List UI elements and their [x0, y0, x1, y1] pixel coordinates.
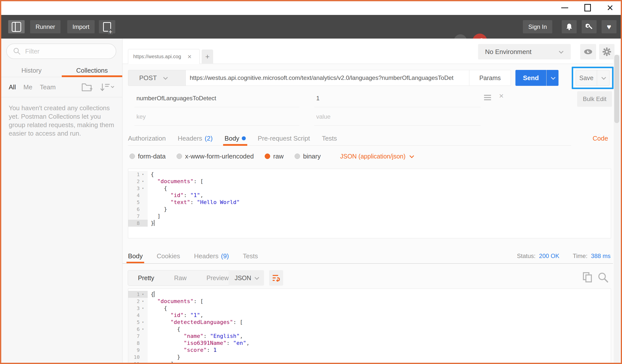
- content-type-select[interactable]: JSON (application/json): [340, 153, 413, 160]
- sort-collections-button[interactable]: [100, 82, 115, 93]
- line-gutter[interactable]: 1▾: [128, 171, 148, 178]
- request-tab-headers[interactable]: Headers(2): [178, 131, 213, 146]
- wrap-lines-button[interactable]: [269, 270, 283, 286]
- line-gutter[interactable]: 3▾: [128, 305, 148, 312]
- runner-button[interactable]: Runner: [30, 20, 61, 33]
- new-collection-button[interactable]: [81, 82, 93, 93]
- response-format-select[interactable]: JSON: [229, 270, 264, 286]
- url-input[interactable]: [186, 70, 469, 86]
- bulk-edit-button[interactable]: Bulk Edit: [577, 91, 612, 107]
- param-value-cell[interactable]: 1: [314, 89, 481, 107]
- request-tab-tests[interactable]: Tests: [322, 131, 337, 146]
- line-gutter[interactable]: 9: [128, 347, 148, 354]
- line-gutter[interactable]: 2▾: [128, 298, 148, 305]
- send-button[interactable]: Send: [515, 70, 546, 86]
- response-tab-tests[interactable]: Tests: [243, 249, 258, 263]
- search-response-button[interactable]: [598, 272, 609, 284]
- request-tab-authorization[interactable]: Authorization: [128, 131, 166, 146]
- token: "id": [170, 192, 184, 198]
- fold-caret-icon[interactable]: ▾: [140, 178, 146, 185]
- param-key-cell[interactable]: numberOfLanguagesToDetect: [134, 89, 299, 107]
- param-value-input-cell[interactable]: [314, 108, 481, 126]
- scope-all[interactable]: All: [9, 83, 16, 91]
- view-pretty[interactable]: Pretty: [128, 270, 164, 285]
- scope-team[interactable]: Team: [40, 83, 56, 91]
- time-label: Time:: [573, 253, 587, 260]
- environment-value: No Environment: [485, 48, 531, 56]
- line-gutter[interactable]: 10: [128, 354, 148, 361]
- save-button[interactable]: Save: [576, 70, 597, 86]
- environment-select[interactable]: No Environment: [478, 44, 571, 59]
- fold-caret-icon[interactable]: ▾: [140, 291, 146, 298]
- body-mode-binary[interactable]: binary: [295, 153, 321, 160]
- fold-caret-icon[interactable]: ▾: [140, 305, 146, 312]
- favorites-button[interactable]: ♥: [602, 20, 617, 33]
- request-body-editor[interactable]: 1▾{2▾"documents": [3▾{4"id": "1",5"text"…: [128, 169, 611, 238]
- filter-search[interactable]: [6, 44, 116, 59]
- line-gutter[interactable]: 8: [128, 220, 148, 227]
- line-gutter[interactable]: 6: [128, 206, 148, 213]
- fold-caret-icon[interactable]: ▾: [140, 298, 146, 305]
- sidebar-tab-history[interactable]: History: [1, 64, 62, 77]
- param-key-input[interactable]: [136, 113, 293, 120]
- param-row-delete-icon[interactable]: ×: [499, 91, 504, 101]
- body-mode-x-www-form-urlencoded[interactable]: x-www-form-urlencoded: [177, 153, 254, 160]
- close-button[interactable]: ×: [603, 2, 618, 13]
- copy-response-button[interactable]: [583, 272, 593, 284]
- fold-caret-icon[interactable]: ▾: [140, 171, 146, 178]
- code-link[interactable]: Code: [593, 131, 608, 146]
- line-gutter[interactable]: 11: [128, 361, 148, 363]
- param-value-input[interactable]: [316, 113, 474, 120]
- new-tab-button[interactable]: +: [202, 50, 213, 64]
- line-gutter[interactable]: 5: [128, 199, 148, 206]
- close-tab-icon[interactable]: ×: [187, 53, 191, 61]
- bell-icon: [566, 23, 573, 31]
- settings-wrench-button[interactable]: [582, 20, 597, 33]
- request-tab-body[interactable]: Body: [225, 131, 246, 146]
- response-tab-headers[interactable]: Headers(9): [194, 249, 229, 263]
- method-select[interactable]: POST: [128, 70, 186, 86]
- send-dropdown-button[interactable]: [547, 70, 559, 86]
- param-key-input-cell[interactable]: [134, 108, 299, 126]
- vertical-scrollbar[interactable]: [614, 55, 620, 363]
- import-button[interactable]: Import: [67, 20, 95, 33]
- fold-caret-icon[interactable]: ▾: [140, 326, 146, 333]
- response-body-editor[interactable]: 1▾{2▾"documents": [3▾{4"id": "1",5▾"dete…: [128, 289, 611, 363]
- scrollbar-thumb[interactable]: [614, 55, 619, 123]
- minimize-button[interactable]: [557, 2, 572, 13]
- sign-in-button[interactable]: Sign In: [523, 20, 552, 33]
- sidebar-toggle-button[interactable]: [8, 20, 25, 33]
- notifications-button[interactable]: [562, 20, 577, 33]
- line-gutter[interactable]: 8: [128, 340, 148, 347]
- maximize-button[interactable]: [580, 2, 595, 13]
- environment-preview-button[interactable]: [580, 44, 596, 59]
- settings-button[interactable]: [599, 44, 615, 59]
- param-row-menu-icon[interactable]: [484, 95, 491, 102]
- line-gutter[interactable]: 7: [128, 213, 148, 220]
- line-gutter[interactable]: 6▾: [128, 326, 148, 333]
- response-tab-body[interactable]: Body: [128, 249, 143, 263]
- fold-caret-icon[interactable]: ▾: [140, 319, 146, 326]
- body-mode-form-data[interactable]: form-data: [129, 153, 166, 160]
- request-tab-pre-request-script[interactable]: Pre-request Script: [258, 131, 310, 146]
- body-mode-row: form-datax-www-form-urlencodedrawbinaryJ…: [129, 148, 413, 164]
- save-dropdown-button[interactable]: [597, 70, 610, 86]
- request-tab[interactable]: https://westus.api.cog ×: [128, 49, 200, 64]
- line-gutter[interactable]: 3▾: [128, 185, 148, 192]
- new-window-button[interactable]: [99, 20, 115, 33]
- line-gutter[interactable]: 4: [128, 192, 148, 199]
- sidebar-tab-collections[interactable]: Collections: [62, 64, 122, 77]
- line-gutter[interactable]: 5▾: [128, 319, 148, 326]
- response-tab-cookies[interactable]: Cookies: [157, 249, 180, 263]
- body-mode-raw[interactable]: raw: [265, 153, 284, 160]
- filter-input[interactable]: [25, 48, 105, 55]
- line-gutter[interactable]: 1▾: [128, 291, 148, 298]
- view-raw[interactable]: Raw: [164, 270, 196, 285]
- params-button[interactable]: Params: [469, 70, 511, 86]
- line-gutter[interactable]: 4: [128, 312, 148, 319]
- line-gutter[interactable]: 2▾: [128, 178, 148, 185]
- line-gutter[interactable]: 7: [128, 333, 148, 340]
- fold-caret-icon[interactable]: ▾: [140, 185, 146, 192]
- scope-me[interactable]: Me: [23, 83, 32, 91]
- code-text: }: [148, 206, 167, 213]
